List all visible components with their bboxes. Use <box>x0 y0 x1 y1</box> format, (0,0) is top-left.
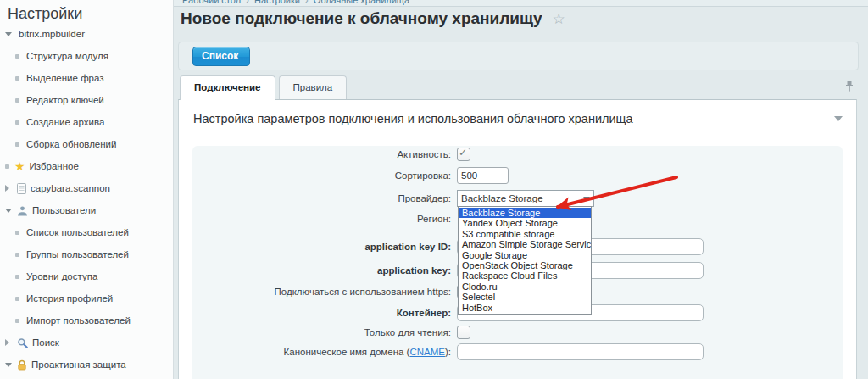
triangle-down-icon[interactable] <box>5 209 12 213</box>
lock-icon <box>17 359 27 371</box>
star-icon: ★ <box>14 161 25 172</box>
breadcrumb: Рабочий столНастройкиОблачные хранилища <box>174 0 868 7</box>
provider-option-hotbox[interactable]: HotBox <box>459 303 591 313</box>
provider-option-selectel[interactable]: Selectel <box>459 292 591 302</box>
sidebar-item-label: Структура модуля <box>26 51 108 61</box>
sidebar-item-label: Избранное <box>30 161 79 171</box>
sidebar-item-label: bitrix.mpbuilder <box>19 29 85 39</box>
form-row-sort: Сортировка: <box>192 167 843 184</box>
section-title: Настройка параметров подключения и испол… <box>193 112 633 125</box>
form-row-readonly: Только для чтения: <box>192 324 843 341</box>
sidebar-item-archive-create[interactable]: Создание архива <box>0 111 173 133</box>
sidebar-item-label: Редактор ключей <box>26 95 104 105</box>
triangle-right-icon[interactable] <box>5 185 9 192</box>
sidebar-item-key-editor[interactable]: Редактор ключей <box>0 89 173 111</box>
bullet-icon <box>15 253 19 257</box>
activity-checkbox[interactable] <box>457 148 470 161</box>
readonly-checkbox[interactable] <box>457 326 470 339</box>
https-label: Подключаться с использованием https: <box>192 287 451 297</box>
sidebar-item-label: Проактивная защита <box>31 359 126 370</box>
sidebar-item-label: Выделение фраз <box>26 73 104 83</box>
provider-option-backblaze[interactable]: Backblaze Storage <box>459 208 591 218</box>
tab-connection[interactable]: Подключение <box>180 75 275 100</box>
sidebar-item-proactive-protection[interactable]: Проактивная защита <box>0 354 173 376</box>
main-content: Рабочий столНастройкиОблачные хранилища … <box>174 0 868 379</box>
sidebar-item-search[interactable]: Поиск <box>0 332 173 354</box>
sidebar-item-phrase-highlight[interactable]: Выделение фраз <box>0 67 173 89</box>
sidebar-item-users[interactable]: Пользователи <box>0 199 173 221</box>
provider-label: Провайдер: <box>192 193 451 203</box>
readonly-label: Только для чтения: <box>192 327 451 337</box>
container-label: Контейнер: <box>192 308 451 318</box>
sidebar-item-label: Сборка обновлений <box>26 139 116 149</box>
triangle-right-icon[interactable] <box>5 339 9 346</box>
breadcrumb-item[interactable]: Рабочий стол <box>182 0 241 5</box>
sort-label: Сортировка: <box>192 170 451 181</box>
bullet-icon <box>15 120 19 125</box>
sort-input[interactable] <box>457 167 509 184</box>
sidebar-item-label: capybara.scannon <box>31 183 110 193</box>
provider-option-clodo[interactable]: Clodo.ru <box>459 281 591 292</box>
pin-icon[interactable] <box>844 80 854 96</box>
admin-page: Настройки bitrix.mpbuilder Структура мод… <box>0 0 868 379</box>
sidebar-item-label: История профилей <box>26 293 113 304</box>
cname-label: Каноническое имя домена (CNAME): <box>192 347 451 357</box>
bullet-icon <box>15 76 19 81</box>
search-icon <box>17 337 28 348</box>
provider-option-yandex[interactable]: Yandex Object Storage <box>459 218 591 228</box>
bullet-icon <box>15 142 19 147</box>
chevron-down-icon <box>583 197 590 201</box>
provider-option-openstack[interactable]: OpenStack Object Storage <box>459 260 591 270</box>
breadcrumb-item[interactable]: Облачные хранилища <box>300 0 409 5</box>
section-header: Настройка параметров подключения и испол… <box>179 100 856 126</box>
sidebar-item-label: Создание архива <box>26 117 104 127</box>
sidebar-item-access-levels[interactable]: Уровни доступа <box>0 265 173 287</box>
toolbar: Список <box>178 42 859 70</box>
sidebar-item-label: Список пользователей <box>26 227 129 237</box>
sidebar-title: Настройки <box>8 4 173 23</box>
provider-dropdown-list: Backblaze Storage Yandex Object Storage … <box>458 206 592 315</box>
bullet-icon <box>15 98 19 103</box>
sidebar-item-label: Поиск <box>32 337 59 348</box>
provider-option-google[interactable]: Google Storage <box>459 250 591 260</box>
breadcrumb-item[interactable]: Настройки <box>241 0 300 5</box>
sidebar-item-user-import[interactable]: Импорт пользователей <box>0 309 173 332</box>
sidebar-item-capybara-scannon[interactable]: capybara.scannon <box>0 177 173 199</box>
cname-link[interactable]: CNAME <box>409 347 445 357</box>
region-label: Регион: <box>192 214 451 224</box>
sidebar-menu: bitrix.mpbuilder Структура модуля Выделе… <box>0 23 173 376</box>
form-row-activity: Активность: <box>192 146 843 163</box>
application-key-label: application key: <box>192 265 451 276</box>
triangle-down-icon[interactable] <box>5 32 12 36</box>
form-row-provider: Провайдер: Backblaze Storage <box>192 190 843 207</box>
provider-option-s3[interactable]: S3 compatible storage <box>459 229 591 239</box>
provider-select[interactable]: Backblaze Storage <box>457 190 594 207</box>
provider-option-rackspace[interactable]: Rackspace Cloud Files <box>459 270 591 281</box>
sidebar-item-label: Группы пользователей <box>26 249 129 259</box>
sidebar-item-favorites[interactable]: ★ Избранное <box>0 155 173 177</box>
triangle-down-icon[interactable] <box>5 363 12 367</box>
favorite-star-icon[interactable]: ☆ <box>553 12 565 26</box>
sidebar-item-profile-history[interactable]: История профилей <box>0 287 173 309</box>
document-icon <box>17 183 26 194</box>
sidebar-item-bitrix-mpbuilder[interactable]: bitrix.mpbuilder <box>0 23 173 45</box>
provider-option-amazon[interactable]: Amazon Simple Storage Service <box>459 239 591 249</box>
sidebar-item-user-groups[interactable]: Группы пользователей <box>0 243 173 265</box>
bullet-icon <box>15 319 19 323</box>
tab-rules[interactable]: Правила <box>279 75 348 99</box>
user-icon <box>17 205 28 216</box>
sidebar-item-label: Уровни доступа <box>26 271 97 281</box>
settings-sidebar: Настройки bitrix.mpbuilder Структура мод… <box>0 0 174 379</box>
bullet-icon <box>15 297 19 301</box>
list-back-button[interactable]: Список <box>192 47 250 66</box>
sidebar-item-label: Импорт пользователей <box>26 315 131 326</box>
cname-input[interactable] <box>457 343 704 360</box>
section-collapse-icon[interactable] <box>834 116 843 121</box>
sidebar-item-user-list[interactable]: Список пользователей <box>0 221 173 243</box>
page-title: Новое подключение к облачному хранилищу <box>181 9 542 28</box>
sidebar-item-build-updates[interactable]: Сборка обновлений <box>0 133 173 155</box>
bullet-icon <box>15 54 19 59</box>
sidebar-item-module-structure[interactable]: Структура модуля <box>0 45 173 67</box>
provider-selected-value: Backblaze Storage <box>461 193 543 203</box>
tab-bar: Подключение Правила <box>180 75 350 100</box>
